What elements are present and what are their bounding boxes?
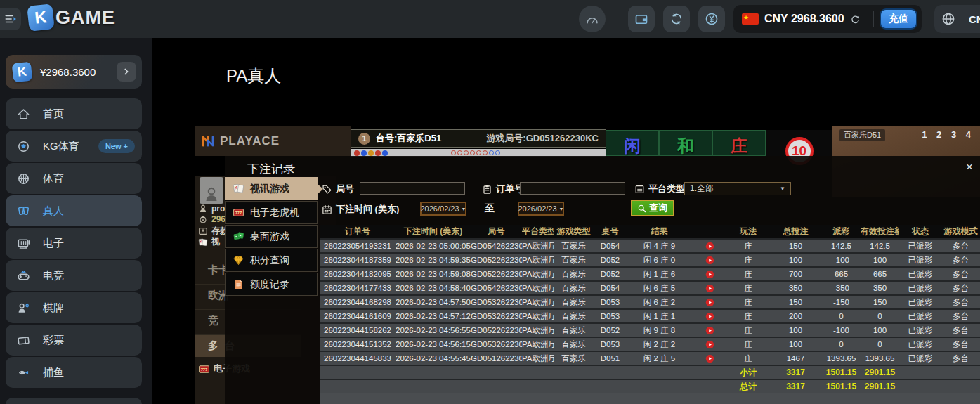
logo-k-tile: K [27,4,55,32]
game-type-cell: 百家乐 [554,239,594,253]
replay-cell [692,351,727,365]
language-selector[interactable]: CN [934,5,980,33]
game-type-cell: 百家乐 [554,337,594,351]
slot-icon [17,237,30,250]
table-no-cell: D052 [594,267,627,281]
wallet-button[interactable] [628,6,655,32]
bet-zone[interactable]: 闲 [606,130,659,156]
sync-icon [669,12,684,26]
valid-bet-cell: 665 [861,267,899,281]
modal-tab-桌面游戏[interactable]: 桌面游戏 [225,225,318,248]
lobby-video-label: 视 [211,236,220,248]
signal-button[interactable] [579,6,606,32]
deposit-button[interactable]: 充值 [880,8,917,30]
deposit-icon [198,226,208,236]
order-no-cell: 260223044145833 [320,351,396,365]
modal-tab-积分查询[interactable]: 积分查询 [225,249,318,272]
status-cell: 已派彩 [899,323,941,337]
play-icon[interactable] [705,326,714,335]
search-button[interactable]: 查询 [631,200,674,216]
status-cell: 已派彩 [899,239,941,253]
sum-payout-cell: 1501.15 [822,365,861,379]
result-cell: 闲 9 庄 8 [627,323,692,337]
provider-name: PLAYACE [220,134,280,148]
close-button[interactable]: × [962,160,977,174]
lobby-video-tab[interactable]: K视 [198,236,220,248]
sidebar-item-esports[interactable]: 电竞 [6,260,142,291]
subtotal-row: 小计33171501.152901.15 [320,365,980,379]
sum-bet-cell: 3317 [769,379,822,393]
order-input[interactable] [520,182,625,195]
play-icon[interactable] [705,298,714,307]
sidebar-item-label: 捕鱼 [43,366,64,379]
play-icon[interactable] [705,354,714,363]
date-from-select[interactable]: 2026/02/23▼ [420,202,466,216]
round-no-cell: GD053262230K6 [471,309,522,323]
payout-cell: -100 [822,253,861,267]
payout-cell: 665 [822,267,861,281]
sidebar-item-home[interactable]: 首页 [6,98,142,129]
bet-zone[interactable]: 和 [659,130,712,156]
app-logo[interactable]: K GAME [28,5,115,30]
modal-tab-label: 桌面游戏 [250,230,289,243]
date-to-value: 2026/02/23 [518,204,557,213]
play-type-cell: 庄 [727,309,769,323]
column-header: 有效投注额 [861,225,899,239]
sidebar-item-fishing[interactable]: 捕鱼 [6,357,142,388]
result-cell: 闲 1 庄 1 [627,309,692,323]
order-no-cell: 260223044158262 [320,323,396,337]
china-flag-icon: ★ [742,13,759,25]
play-icon[interactable] [705,312,714,321]
sidebar-item-slots[interactable]: 电子 [6,228,142,259]
game-header-bar: 1 台号:百家乐D51 游戏局号:GD051262230KC [351,129,606,148]
sidebar-item-promotions[interactable]: 优惠 [6,398,142,404]
bet-time-cell: 2026-02-23 04:59:35 [396,253,471,267]
date-to-select[interactable]: 2026/02/23▼ [518,202,564,216]
order-no-cell: 260223044161609 [320,309,396,323]
play-type-cell: 庄 [727,295,769,309]
menu-toggle-button[interactable] [0,8,21,30]
sidebar-item-live-casino[interactable]: 真人 [6,195,142,226]
lobby-deposit-row[interactable]: 存款 [198,225,228,237]
column-header [692,225,727,239]
game-mode-cell: 多台 [941,253,980,267]
table-row: 2602230441682982026-02-23 04:57:50GD0532… [320,295,980,309]
result-cell: 闲 6 庄 5 [627,281,692,295]
table-no-cell: D052 [594,323,627,337]
exchange-button[interactable] [698,6,725,32]
modal-tab-电子老虎机[interactable]: 777电子老虎机 [225,201,318,224]
refresh-balance-icon[interactable] [850,14,861,25]
game-mode-cell: 多台 [941,281,980,295]
sidebar-item-lottery[interactable]: 彩票 [6,325,142,356]
balance-pill[interactable]: ★ CNY 2968.3600 充值 [733,5,922,33]
bet-zone[interactable]: 庄 [712,130,766,156]
modal-tab-额度记录[interactable]: 额度记录 [225,273,318,296]
total-bet-cell: 350 [769,281,822,295]
dropdown-arrow-icon: ▼ [780,185,785,192]
sidebar-item-board-games[interactable]: 棋牌 [6,292,142,323]
modal-tab-视讯游戏[interactable]: K视讯游戏 [225,177,318,200]
round-input[interactable] [360,182,465,195]
status-cell: 已派彩 [899,337,941,351]
payout-cell: -100 [822,323,861,337]
play-icon[interactable] [705,340,714,349]
avatar[interactable] [200,177,223,204]
sidebar-item-kg-sports[interactable]: KG体育New + [6,131,142,162]
round-no-cell: GD052262230K2 [471,323,522,337]
column-header: 下注时间 (美东) [396,225,471,239]
chevron-right-icon [122,67,131,77]
empty-cell [320,379,727,393]
total-bet-cell: 150 [769,239,822,253]
expand-balance-button[interactable] [117,62,136,82]
play-icon[interactable] [705,284,714,293]
column-header: 派彩 [822,225,861,239]
play-icon[interactable] [705,242,714,251]
platform-select[interactable]: 1.全部▼ [684,182,791,195]
table-no-cell: D053 [594,309,627,323]
sidebar-item-sports[interactable]: 体育 [6,163,142,194]
sidebar-balance-card[interactable]: K ¥2968.3600 [6,55,142,89]
transfer-button[interactable] [663,6,690,32]
play-icon[interactable] [705,256,714,265]
slot-777-icon: 777 [198,363,210,375]
play-icon[interactable] [705,270,714,279]
